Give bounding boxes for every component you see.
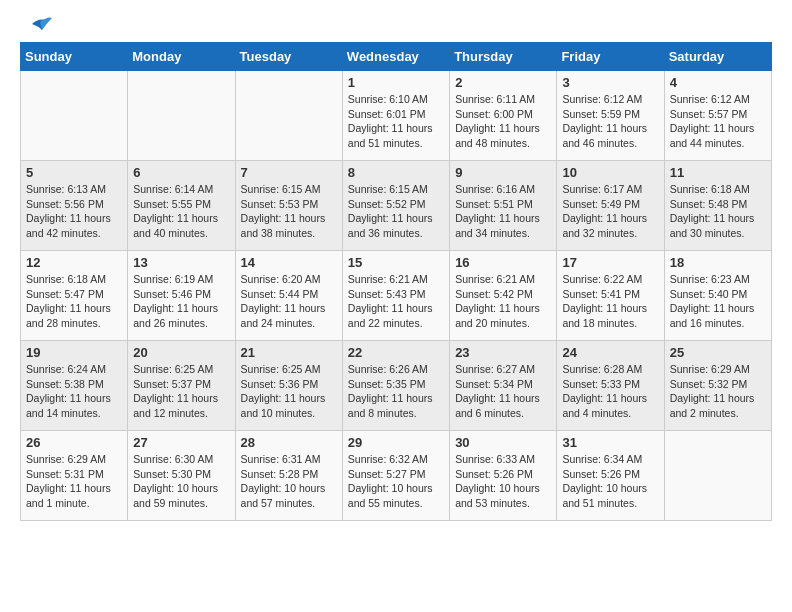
day-number: 17 [562, 255, 658, 270]
weekday-header-sunday: Sunday [21, 43, 128, 71]
calendar-cell: 21Sunrise: 6:25 AM Sunset: 5:36 PM Dayli… [235, 341, 342, 431]
calendar-cell: 14Sunrise: 6:20 AM Sunset: 5:44 PM Dayli… [235, 251, 342, 341]
day-number: 5 [26, 165, 122, 180]
calendar-cell [664, 431, 771, 521]
calendar-cell: 12Sunrise: 6:18 AM Sunset: 5:47 PM Dayli… [21, 251, 128, 341]
day-number: 16 [455, 255, 551, 270]
calendar-cell: 6Sunrise: 6:14 AM Sunset: 5:55 PM Daylig… [128, 161, 235, 251]
day-info: Sunrise: 6:22 AM Sunset: 5:41 PM Dayligh… [562, 272, 658, 331]
day-number: 15 [348, 255, 444, 270]
weekday-header-thursday: Thursday [450, 43, 557, 71]
calendar-cell: 20Sunrise: 6:25 AM Sunset: 5:37 PM Dayli… [128, 341, 235, 431]
day-info: Sunrise: 6:25 AM Sunset: 5:36 PM Dayligh… [241, 362, 337, 421]
calendar-cell: 23Sunrise: 6:27 AM Sunset: 5:34 PM Dayli… [450, 341, 557, 431]
day-number: 11 [670, 165, 766, 180]
logo-bird-icon [22, 16, 52, 38]
day-info: Sunrise: 6:10 AM Sunset: 6:01 PM Dayligh… [348, 92, 444, 151]
day-number: 14 [241, 255, 337, 270]
day-info: Sunrise: 6:15 AM Sunset: 5:52 PM Dayligh… [348, 182, 444, 241]
day-info: Sunrise: 6:13 AM Sunset: 5:56 PM Dayligh… [26, 182, 122, 241]
weekday-header-wednesday: Wednesday [342, 43, 449, 71]
day-number: 25 [670, 345, 766, 360]
logo [20, 20, 52, 32]
calendar-cell: 18Sunrise: 6:23 AM Sunset: 5:40 PM Dayli… [664, 251, 771, 341]
day-info: Sunrise: 6:28 AM Sunset: 5:33 PM Dayligh… [562, 362, 658, 421]
calendar-cell [21, 71, 128, 161]
calendar-cell: 15Sunrise: 6:21 AM Sunset: 5:43 PM Dayli… [342, 251, 449, 341]
day-info: Sunrise: 6:29 AM Sunset: 5:32 PM Dayligh… [670, 362, 766, 421]
calendar-cell: 31Sunrise: 6:34 AM Sunset: 5:26 PM Dayli… [557, 431, 664, 521]
calendar-cell [128, 71, 235, 161]
day-info: Sunrise: 6:33 AM Sunset: 5:26 PM Dayligh… [455, 452, 551, 511]
day-info: Sunrise: 6:21 AM Sunset: 5:43 PM Dayligh… [348, 272, 444, 331]
day-number: 28 [241, 435, 337, 450]
day-info: Sunrise: 6:29 AM Sunset: 5:31 PM Dayligh… [26, 452, 122, 511]
calendar-cell: 22Sunrise: 6:26 AM Sunset: 5:35 PM Dayli… [342, 341, 449, 431]
day-number: 30 [455, 435, 551, 450]
weekday-header-saturday: Saturday [664, 43, 771, 71]
calendar-cell: 27Sunrise: 6:30 AM Sunset: 5:30 PM Dayli… [128, 431, 235, 521]
day-number: 13 [133, 255, 229, 270]
day-info: Sunrise: 6:11 AM Sunset: 6:00 PM Dayligh… [455, 92, 551, 151]
calendar-week-row: 1Sunrise: 6:10 AM Sunset: 6:01 PM Daylig… [21, 71, 772, 161]
calendar-cell [235, 71, 342, 161]
day-info: Sunrise: 6:27 AM Sunset: 5:34 PM Dayligh… [455, 362, 551, 421]
day-number: 4 [670, 75, 766, 90]
page-header [20, 20, 772, 32]
day-number: 23 [455, 345, 551, 360]
calendar-cell: 29Sunrise: 6:32 AM Sunset: 5:27 PM Dayli… [342, 431, 449, 521]
day-info: Sunrise: 6:21 AM Sunset: 5:42 PM Dayligh… [455, 272, 551, 331]
day-info: Sunrise: 6:19 AM Sunset: 5:46 PM Dayligh… [133, 272, 229, 331]
calendar-cell: 17Sunrise: 6:22 AM Sunset: 5:41 PM Dayli… [557, 251, 664, 341]
day-info: Sunrise: 6:23 AM Sunset: 5:40 PM Dayligh… [670, 272, 766, 331]
day-number: 8 [348, 165, 444, 180]
calendar-cell: 4Sunrise: 6:12 AM Sunset: 5:57 PM Daylig… [664, 71, 771, 161]
day-number: 31 [562, 435, 658, 450]
day-number: 1 [348, 75, 444, 90]
calendar-week-row: 12Sunrise: 6:18 AM Sunset: 5:47 PM Dayli… [21, 251, 772, 341]
day-number: 18 [670, 255, 766, 270]
calendar-cell: 24Sunrise: 6:28 AM Sunset: 5:33 PM Dayli… [557, 341, 664, 431]
calendar-week-row: 5Sunrise: 6:13 AM Sunset: 5:56 PM Daylig… [21, 161, 772, 251]
day-info: Sunrise: 6:15 AM Sunset: 5:53 PM Dayligh… [241, 182, 337, 241]
day-info: Sunrise: 6:20 AM Sunset: 5:44 PM Dayligh… [241, 272, 337, 331]
weekday-header-friday: Friday [557, 43, 664, 71]
calendar-week-row: 26Sunrise: 6:29 AM Sunset: 5:31 PM Dayli… [21, 431, 772, 521]
calendar-cell: 3Sunrise: 6:12 AM Sunset: 5:59 PM Daylig… [557, 71, 664, 161]
day-number: 27 [133, 435, 229, 450]
day-info: Sunrise: 6:32 AM Sunset: 5:27 PM Dayligh… [348, 452, 444, 511]
calendar-cell: 5Sunrise: 6:13 AM Sunset: 5:56 PM Daylig… [21, 161, 128, 251]
calendar-cell: 30Sunrise: 6:33 AM Sunset: 5:26 PM Dayli… [450, 431, 557, 521]
calendar-table: SundayMondayTuesdayWednesdayThursdayFrid… [20, 42, 772, 521]
day-info: Sunrise: 6:18 AM Sunset: 5:47 PM Dayligh… [26, 272, 122, 331]
day-info: Sunrise: 6:17 AM Sunset: 5:49 PM Dayligh… [562, 182, 658, 241]
calendar-cell: 26Sunrise: 6:29 AM Sunset: 5:31 PM Dayli… [21, 431, 128, 521]
day-info: Sunrise: 6:26 AM Sunset: 5:35 PM Dayligh… [348, 362, 444, 421]
calendar-cell: 10Sunrise: 6:17 AM Sunset: 5:49 PM Dayli… [557, 161, 664, 251]
calendar-cell: 11Sunrise: 6:18 AM Sunset: 5:48 PM Dayli… [664, 161, 771, 251]
day-info: Sunrise: 6:12 AM Sunset: 5:59 PM Dayligh… [562, 92, 658, 151]
day-number: 29 [348, 435, 444, 450]
day-number: 10 [562, 165, 658, 180]
day-number: 19 [26, 345, 122, 360]
day-number: 6 [133, 165, 229, 180]
day-number: 20 [133, 345, 229, 360]
day-number: 7 [241, 165, 337, 180]
day-info: Sunrise: 6:30 AM Sunset: 5:30 PM Dayligh… [133, 452, 229, 511]
calendar-cell: 7Sunrise: 6:15 AM Sunset: 5:53 PM Daylig… [235, 161, 342, 251]
weekday-header-tuesday: Tuesday [235, 43, 342, 71]
day-info: Sunrise: 6:25 AM Sunset: 5:37 PM Dayligh… [133, 362, 229, 421]
calendar-cell: 19Sunrise: 6:24 AM Sunset: 5:38 PM Dayli… [21, 341, 128, 431]
calendar-cell: 28Sunrise: 6:31 AM Sunset: 5:28 PM Dayli… [235, 431, 342, 521]
calendar-cell: 9Sunrise: 6:16 AM Sunset: 5:51 PM Daylig… [450, 161, 557, 251]
weekday-header-monday: Monday [128, 43, 235, 71]
calendar-cell: 16Sunrise: 6:21 AM Sunset: 5:42 PM Dayli… [450, 251, 557, 341]
day-number: 12 [26, 255, 122, 270]
day-number: 22 [348, 345, 444, 360]
day-number: 21 [241, 345, 337, 360]
day-info: Sunrise: 6:16 AM Sunset: 5:51 PM Dayligh… [455, 182, 551, 241]
day-info: Sunrise: 6:31 AM Sunset: 5:28 PM Dayligh… [241, 452, 337, 511]
calendar-cell: 8Sunrise: 6:15 AM Sunset: 5:52 PM Daylig… [342, 161, 449, 251]
day-info: Sunrise: 6:18 AM Sunset: 5:48 PM Dayligh… [670, 182, 766, 241]
day-number: 9 [455, 165, 551, 180]
